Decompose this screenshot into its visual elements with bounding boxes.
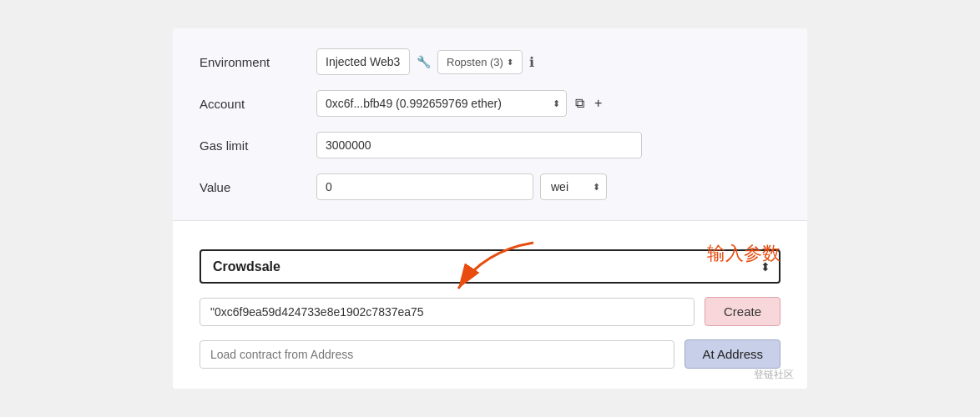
account-label: Account xyxy=(200,97,316,111)
environment-control: Injected Web3 🔧 Ropsten (3) ⬍ ℹ xyxy=(316,48,780,75)
deploy-settings-panel: Environment Injected Web3 🔧 Ropsten (3) … xyxy=(173,28,807,221)
info-icon[interactable]: ℹ xyxy=(529,54,534,70)
gas-limit-label: Gas limit xyxy=(200,138,316,153)
value-control: wei gwei finney ether ⬍ xyxy=(316,173,780,200)
create-row: Create xyxy=(200,297,780,326)
unit-select[interactable]: wei gwei finney ether xyxy=(540,173,607,200)
watermark-text: 登链社区 xyxy=(754,368,794,382)
contract-select-wrapper[interactable]: Crowdsale ⬍ xyxy=(200,249,780,284)
account-select[interactable]: 0xc6f...bfb49 (0.992659769 ether) xyxy=(316,90,567,117)
value-row: Value wei gwei finney ether ⬍ xyxy=(200,173,780,200)
at-address-row: At Address xyxy=(200,339,780,369)
unit-select-wrapper[interactable]: wei gwei finney ether ⬍ xyxy=(540,173,607,200)
deploy-contract-panel: 输入参数 Crowdsale ⬍ xyxy=(173,221,807,389)
load-address-input[interactable] xyxy=(200,340,674,369)
contract-select[interactable]: Crowdsale xyxy=(200,249,780,284)
environment-label: Environment xyxy=(200,55,316,69)
constructor-param-input[interactable] xyxy=(200,298,695,326)
account-select-wrapper[interactable]: 0xc6f...bfb49 (0.992659769 ether) ⬍ xyxy=(316,90,567,117)
gas-limit-input[interactable] xyxy=(316,132,642,158)
gas-limit-control xyxy=(316,132,780,158)
environment-row: Environment Injected Web3 🔧 Ropsten (3) … xyxy=(200,48,780,75)
create-button[interactable]: Create xyxy=(705,297,780,326)
value-input[interactable] xyxy=(316,173,533,200)
ropsten-network-badge[interactable]: Ropsten (3) ⬍ xyxy=(437,50,523,74)
account-control: 0xc6f...bfb49 (0.992659769 ether) ⬍ ⧉ + xyxy=(316,90,780,117)
account-row: Account 0xc6f...bfb49 (0.992659769 ether… xyxy=(200,90,780,117)
copy-account-button[interactable]: ⧉ xyxy=(573,94,586,113)
environment-select[interactable]: Injected Web3 xyxy=(316,48,410,75)
at-address-button[interactable]: At Address xyxy=(684,339,780,369)
network-arrow-icon: ⬍ xyxy=(507,58,513,67)
environment-select-wrapper[interactable]: Injected Web3 xyxy=(316,48,410,75)
gas-limit-row: Gas limit xyxy=(200,132,780,158)
wrench-icon: 🔧 xyxy=(417,55,431,68)
value-label: Value xyxy=(200,180,316,194)
value-inner: wei gwei finney ether ⬍ xyxy=(316,173,607,200)
add-account-button[interactable]: + xyxy=(593,94,604,113)
ropsten-label: Ropsten (3) xyxy=(447,56,503,68)
